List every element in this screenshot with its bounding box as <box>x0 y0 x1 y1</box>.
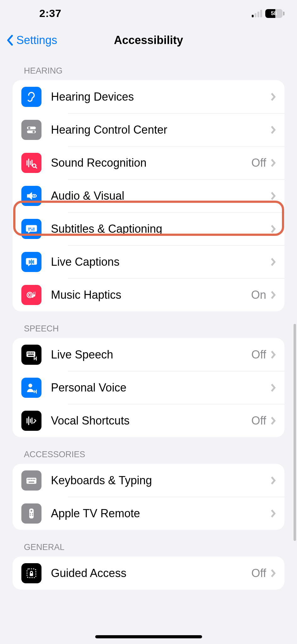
waveform-search-icon <box>21 153 41 173</box>
row-keyboards-typing[interactable]: Keyboards & Typing <box>13 464 284 497</box>
svg-point-30 <box>32 513 33 514</box>
section-header-hearing: HEARING <box>13 53 284 80</box>
status-time: 2:37 <box>39 7 61 19</box>
back-label: Settings <box>16 34 57 47</box>
row-audio-visual[interactable]: Audio & Visual <box>13 179 284 212</box>
row-label: Keyboards & Typing <box>51 474 271 487</box>
status-right: 58 <box>252 9 284 18</box>
chevron-right-icon <box>271 258 276 266</box>
row-value: Off <box>251 414 266 427</box>
speaker-eye-icon <box>21 186 41 206</box>
keyboard-wave-icon <box>21 345 41 365</box>
music-haptics-icon <box>21 285 41 305</box>
svg-rect-23 <box>31 479 32 480</box>
svg-point-28 <box>30 510 32 511</box>
group-accessories: Keyboards & Typing Apple TV Remote <box>13 464 284 530</box>
chevron-right-icon <box>271 92 276 101</box>
svg-point-12 <box>28 293 31 296</box>
row-value: Off <box>251 156 266 169</box>
chevron-right-icon <box>271 350 276 359</box>
row-label: Audio & Visual <box>51 189 271 203</box>
row-value: On <box>251 288 266 302</box>
svg-rect-15 <box>29 353 30 354</box>
svg-rect-16 <box>31 353 32 354</box>
row-label: Live Speech <box>51 348 251 361</box>
ear-icon <box>21 87 41 107</box>
chevron-right-icon <box>271 476 276 485</box>
lock-dashed-icon <box>21 563 41 583</box>
svg-point-6 <box>34 195 35 196</box>
row-label: Apple TV Remote <box>51 507 271 520</box>
row-guided-access[interactable]: Guided Access Off <box>13 557 284 590</box>
chevron-right-icon <box>271 158 276 167</box>
home-indicator[interactable] <box>95 635 202 638</box>
row-label: Hearing Devices <box>51 90 271 103</box>
row-label: Sound Recognition <box>51 156 251 169</box>
svg-rect-14 <box>28 353 29 354</box>
svg-rect-25 <box>34 479 36 480</box>
row-subtitles-captioning[interactable]: Subtitles & Captioning <box>13 212 284 245</box>
waveform-arrow-icon <box>21 411 41 431</box>
svg-point-31 <box>30 514 31 516</box>
group-hearing: Hearing Devices Hearing Control Center S… <box>13 80 284 311</box>
svg-point-1 <box>28 127 30 129</box>
section-header-accessories: ACCESSORIES <box>13 437 284 464</box>
row-apple-tv-remote[interactable]: Apple TV Remote <box>13 497 284 530</box>
chevron-right-icon <box>271 509 276 518</box>
row-label: Guided Access <box>51 567 251 580</box>
scrollbar[interactable] <box>294 324 296 541</box>
group-general: Guided Access Off <box>13 557 284 590</box>
battery-icon: 58 <box>265 9 284 18</box>
svg-point-32 <box>32 514 33 516</box>
row-value: Off <box>251 348 266 361</box>
svg-point-29 <box>30 513 31 514</box>
row-label: Subtitles & Captioning <box>51 222 271 236</box>
svg-rect-9 <box>28 229 30 230</box>
caption-bubble-icon <box>21 219 41 239</box>
svg-rect-8 <box>33 228 35 229</box>
keyboard-icon <box>21 470 41 491</box>
tv-remote-icon <box>21 503 41 524</box>
chevron-right-icon <box>271 383 276 392</box>
svg-rect-10 <box>31 229 35 230</box>
page-title: Accessibility <box>114 34 183 47</box>
row-vocal-shortcuts[interactable]: Vocal Shortcuts Off <box>13 404 284 437</box>
nav-bar: Settings Accessibility <box>0 27 297 53</box>
chevron-right-icon <box>271 291 276 299</box>
row-personal-voice[interactable]: Personal Voice <box>13 371 284 404</box>
row-label: Personal Voice <box>51 381 271 394</box>
svg-rect-34 <box>30 573 33 576</box>
status-bar: 2:37 58 <box>0 0 297 27</box>
sliders-icon <box>21 120 41 140</box>
section-header-general: GENERAL <box>13 530 284 557</box>
chevron-left-icon <box>6 35 13 46</box>
row-hearing-control-center[interactable]: Hearing Control Center <box>13 113 284 146</box>
svg-rect-22 <box>29 479 30 480</box>
svg-rect-21 <box>28 479 29 480</box>
row-value: Off <box>251 567 266 580</box>
svg-rect-24 <box>33 479 34 480</box>
row-live-speech[interactable]: Live Speech Off <box>13 338 284 371</box>
back-button[interactable]: Settings <box>6 34 57 47</box>
section-header-speech: SPEECH <box>13 311 284 338</box>
row-label: Live Captions <box>51 255 271 269</box>
chevron-right-icon <box>271 416 276 425</box>
svg-point-3 <box>33 130 35 133</box>
row-label: Music Haptics <box>51 288 251 302</box>
row-sound-recognition[interactable]: Sound Recognition Off <box>13 146 284 179</box>
chevron-right-icon <box>271 569 276 578</box>
cellular-signal-icon <box>252 10 262 17</box>
row-music-haptics[interactable]: Music Haptics On <box>13 278 284 311</box>
group-speech: Live Speech Off Personal Voice Vocal Sho… <box>13 338 284 437</box>
row-live-captions[interactable]: Live Captions <box>13 245 284 278</box>
svg-rect-18 <box>28 355 34 356</box>
svg-rect-7 <box>28 228 32 229</box>
person-wave-icon <box>21 378 41 398</box>
row-label: Hearing Control Center <box>51 123 271 136</box>
row-hearing-devices[interactable]: Hearing Devices <box>13 80 284 113</box>
svg-rect-17 <box>33 353 34 354</box>
svg-rect-20 <box>26 478 36 484</box>
chevron-right-icon <box>271 192 276 200</box>
chevron-right-icon <box>271 125 276 134</box>
svg-rect-26 <box>29 481 34 483</box>
